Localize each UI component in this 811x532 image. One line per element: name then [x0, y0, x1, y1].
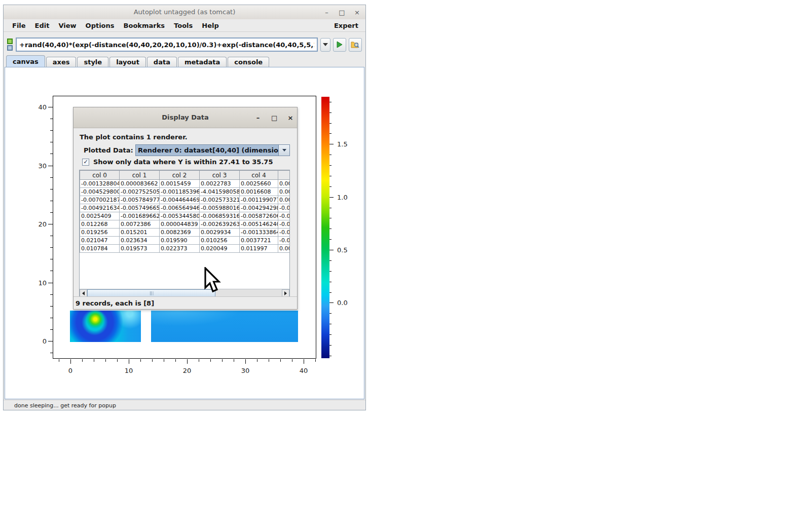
table-cell[interactable]: -0.006564946... — [160, 204, 200, 212]
table-cell[interactable]: -0.001328804... — [80, 180, 120, 188]
table-cell[interactable]: 0.0082369 — [160, 229, 200, 237]
table-cell[interactable]: 0.023634 — [120, 237, 160, 245]
table-cell[interactable]: 0.00 — [278, 188, 290, 196]
menu-item-file[interactable]: File — [8, 22, 30, 29]
scrollbar-thumb[interactable] — [87, 289, 215, 297]
table-row[interactable]: 0.0107840.0195730.0223730.0200490.011997… — [80, 245, 290, 253]
table-cell[interactable]: 0.000044839 — [160, 220, 200, 229]
scroll-left-button[interactable] — [80, 289, 87, 297]
table-cell[interactable]: -0.002752505... — [120, 188, 160, 196]
table-cell[interactable]: -0.001689662... — [120, 212, 160, 220]
table-cell[interactable]: 0.000083662 — [120, 180, 160, 188]
table-cell[interactable]: 0.00 — [278, 180, 290, 188]
table-cell[interactable]: -0.006859316... — [200, 212, 240, 220]
uri-dropdown-button[interactable] — [320, 38, 330, 52]
table-cell[interactable]: 0.011997 — [240, 245, 278, 253]
table-row[interactable]: 0.0192560.0152010.00823690.0029934-0.001… — [80, 229, 290, 237]
table-cell[interactable]: 0.0016608 — [240, 188, 278, 196]
table-cell[interactable]: -0.001199077... — [240, 196, 278, 204]
table-cell[interactable]: -0.002573321... — [200, 196, 240, 204]
combobox-arrow-button[interactable] — [278, 145, 289, 156]
table-header-col-1[interactable]: col 1 — [120, 171, 160, 180]
scrollbar-track[interactable] — [87, 289, 282, 297]
data-table-scrollpane[interactable]: col 0col 1col 2col 3col 4-0.001328804...… — [79, 170, 290, 297]
table-cell[interactable]: 0.012268 — [80, 220, 120, 229]
maximize-icon[interactable]: □ — [339, 9, 345, 16]
table-cell[interactable]: -0.0 — [278, 212, 290, 220]
menu-item-tools[interactable]: Tools — [169, 22, 197, 29]
table-cell[interactable]: -0.004529800... — [80, 188, 120, 196]
table-cell[interactable]: -4.041598058... — [200, 188, 240, 196]
table-row[interactable]: -0.004529800...-0.002752505...-0.0011853… — [80, 188, 290, 196]
tab-axes[interactable]: axes — [46, 57, 77, 67]
table-cell[interactable]: -0.005872606... — [240, 212, 278, 220]
uri-input[interactable] — [16, 37, 318, 52]
table-cell[interactable]: -0.001185396... — [160, 188, 200, 196]
table-header-col-5[interactable] — [278, 171, 290, 180]
tab-console[interactable]: console — [228, 57, 269, 67]
dialog-titlebar[interactable]: Display Data – □ × — [73, 107, 297, 128]
dialog-close-icon[interactable]: × — [287, 114, 293, 122]
table-cell[interactable]: -0.005749665... — [120, 204, 160, 212]
table-cell[interactable]: 0.022373 — [160, 245, 200, 253]
plot-canvas[interactable]: 4030201000102030401.51.00.50.0 Display D… — [5, 67, 364, 399]
close-icon[interactable]: × — [354, 9, 360, 16]
table-cell[interactable]: 0.019256 — [80, 229, 120, 237]
table-row[interactable]: -0.007002187...-0.005784977...-0.0044644… — [80, 196, 290, 204]
table-cell[interactable]: 0.019573 — [120, 245, 160, 253]
table-cell[interactable]: -0.0 — [278, 229, 290, 237]
table-cell[interactable]: -0.001333864... — [240, 229, 278, 237]
table-cell[interactable]: 0.015201 — [120, 229, 160, 237]
table-cell[interactable]: -0.002639263... — [200, 220, 240, 229]
inspect-uri-button[interactable] — [349, 38, 362, 52]
table-cell[interactable]: -0.0 — [278, 204, 290, 212]
table-cell[interactable]: -0.005146240... — [240, 220, 278, 229]
dialog-minimize-icon[interactable]: – — [255, 114, 261, 122]
table-cell[interactable]: 0.0029934 — [200, 229, 240, 237]
menu-item-options[interactable]: Options — [81, 22, 119, 29]
table-cell[interactable]: 0.020049 — [200, 245, 240, 253]
table-row[interactable]: -0.004921634...-0.005749665...-0.0065649… — [80, 204, 290, 212]
table-header-col-4[interactable]: col 4 — [240, 171, 278, 180]
menu-item-bookmarks[interactable]: Bookmarks — [119, 22, 170, 29]
table-row[interactable]: 0.0210470.0236340.0195900.0102560.003772… — [80, 237, 290, 245]
table-cell[interactable]: 0.0037721 — [240, 237, 278, 245]
table-row[interactable]: 0.0122680.00723860.000044839-0.002639263… — [80, 220, 290, 229]
window-titlebar[interactable]: Autoplot untagged (as tomcat) – □ × — [4, 5, 365, 19]
filter-checkbox[interactable]: ✓ — [82, 159, 89, 166]
table-header-col-2[interactable]: col 2 — [160, 171, 200, 180]
table-cell[interactable]: 0.010256 — [200, 237, 240, 245]
table-cell[interactable]: -0.005344580... — [160, 212, 200, 220]
table-cell[interactable]: 0.00 — [278, 245, 290, 253]
table-cell[interactable]: -0.007002187... — [80, 196, 120, 204]
tab-metadata[interactable]: metadata — [178, 57, 227, 67]
table-row[interactable]: -0.001328804...0.0000836620.00154590.002… — [80, 180, 290, 188]
plot-go-button[interactable] — [333, 38, 346, 52]
menu-item-edit[interactable]: Edit — [30, 22, 54, 29]
table-cell[interactable]: -0.0 — [278, 220, 290, 229]
table-cell[interactable]: 0.021047 — [80, 237, 120, 245]
table-row[interactable]: 0.0025409-0.001689662...-0.005344580...-… — [80, 212, 290, 220]
table-cell[interactable]: -0.004921634... — [80, 204, 120, 212]
table-cell[interactable]: -0.0 — [278, 237, 290, 245]
menu-item-view[interactable]: View — [54, 22, 81, 29]
table-cell[interactable]: 0.019590 — [160, 237, 200, 245]
table-header-col-3[interactable]: col 3 — [200, 171, 240, 180]
menu-item-help[interactable]: Help — [197, 22, 223, 29]
table-cell[interactable]: 0.00 — [278, 196, 290, 204]
table-cell[interactable]: -0.004464469... — [160, 196, 200, 204]
table-cell[interactable]: -0.005988016... — [200, 204, 240, 212]
scroll-right-button[interactable] — [282, 289, 289, 297]
horizontal-scrollbar[interactable] — [80, 289, 289, 297]
menu-item-expert[interactable]: Expert — [331, 22, 361, 29]
tab-canvas[interactable]: canvas — [6, 55, 45, 67]
tab-data[interactable]: data — [147, 57, 177, 67]
table-header-col-0[interactable]: col 0 — [80, 171, 120, 180]
tab-style[interactable]: style — [77, 57, 108, 67]
table-cell[interactable]: -0.004294298... — [240, 204, 278, 212]
dialog-maximize-icon[interactable]: □ — [271, 114, 277, 122]
table-cell[interactable]: 0.0022783 — [200, 180, 240, 188]
table-cell[interactable]: -0.005784977... — [120, 196, 160, 204]
plotted-data-combobox[interactable]: Renderer 0: dataset[40,40] (dimension... — [135, 144, 290, 156]
minimize-icon[interactable]: – — [323, 9, 330, 16]
